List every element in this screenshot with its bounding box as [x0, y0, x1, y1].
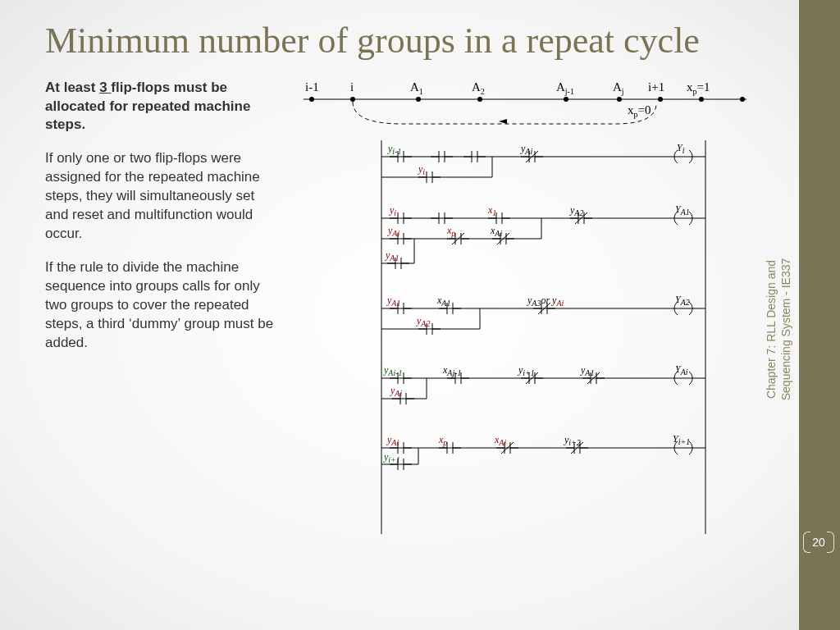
chapter-label: Chapter 7: RLL Design and Sequencing Sys…	[765, 258, 794, 401]
svg-text:yi-1: yi-1	[387, 143, 401, 156]
chapter-line1: Chapter 7: RLL Design and	[765, 260, 778, 399]
svg-text:xp: xp	[438, 434, 447, 447]
lead-paragraph: At least 3 flip-flops must be allocated …	[45, 79, 279, 135]
node-aj-sub: j	[621, 87, 624, 96]
svg-text:yA3or yAi: yA3or yAi	[527, 294, 564, 308]
svg-point-3	[416, 97, 421, 102]
rung-5: yAi xp xAi yi+2 Yi+1 yi+1	[381, 433, 705, 470]
svg-text:yAi: yAi	[390, 385, 402, 398]
svg-text:xAi: xAi	[490, 225, 502, 238]
ladder-diagram: i-1 i A1 A2 Aj-1 Aj i+1 xp=1 xp=0	[295, 79, 755, 541]
svg-text:yAi: yAi	[386, 434, 399, 447]
svg-point-5	[477, 97, 482, 102]
svg-text:xp=0: xp=0	[628, 103, 651, 119]
svg-text:A2: A2	[472, 80, 485, 96]
svg-point-7	[564, 97, 568, 102]
svg-text:yA1: yA1	[580, 364, 594, 377]
svg-point-11	[658, 97, 663, 102]
svg-text:Aj: Aj	[613, 80, 624, 96]
xp0-eq: =0	[638, 103, 651, 116]
node-aj-1: A	[556, 80, 565, 94]
svg-text:yAi: yAi	[520, 143, 532, 156]
svg-text:x1: x1	[487, 204, 496, 217]
node-i: i	[350, 80, 354, 94]
svg-text:xp: xp	[446, 225, 455, 238]
node-a2: A	[472, 80, 481, 94]
lead-num: 3	[99, 80, 111, 95]
svg-text:Yi+1: Yi+1	[673, 433, 690, 446]
svg-text:xA1: xA1	[436, 294, 450, 308]
node-aj: A	[613, 80, 622, 94]
svg-text:xp=1: xp=1	[687, 80, 710, 96]
svg-text:yi+1: yi+1	[518, 364, 535, 377]
rung-1: yi-1 yi yAi Yi	[381, 142, 705, 183]
svg-point-2	[350, 97, 355, 102]
svg-text:yA1: yA1	[385, 249, 399, 262]
svg-text:xAj-1: xAj-1	[442, 364, 462, 377]
page-number: 20	[812, 536, 825, 549]
chapter-line2: Sequencing System - IE337	[779, 258, 792, 401]
node-xp-eq: =1	[697, 80, 710, 94]
svg-text:yi: yi	[389, 204, 396, 217]
svg-text:A1: A1	[410, 80, 423, 96]
page-number-badge: 20	[805, 532, 833, 552]
svg-text:YA2: YA2	[675, 294, 690, 307]
node-a1: A	[410, 80, 419, 94]
body-text: At least 3 flip-flops must be allocated …	[45, 79, 279, 541]
svg-text:yA2: yA2	[416, 315, 430, 328]
svg-text:yi+2: yi+2	[564, 434, 581, 447]
svg-text:Aj-1: Aj-1	[556, 80, 574, 96]
node-aj-1-sub: j-1	[564, 87, 574, 96]
paragraph-3: If the rule to divide the machine sequen…	[45, 258, 279, 353]
svg-text:YA1: YA1	[675, 203, 690, 217]
node-a2-sub: 2	[481, 87, 485, 96]
slide-title: Minimum number of groups in a repeat cyc…	[45, 21, 755, 62]
svg-point-14	[740, 97, 745, 102]
rung-2: yi x1 yA2 YA1 yAi xp xAi yA1	[381, 203, 705, 269]
svg-text:yAi: yAi	[387, 225, 399, 238]
svg-point-9	[617, 97, 622, 102]
svg-point-12	[699, 97, 704, 102]
svg-text:yA2: yA2	[569, 204, 583, 217]
svg-text:yAi-1: yAi-1	[383, 364, 403, 377]
rung-4: yAi-1 xAj-1 yi+1 yA1 YAi yAi	[381, 363, 705, 404]
node-a1-sub: 1	[419, 87, 423, 96]
svg-marker-15	[499, 119, 507, 124]
svg-text:yi: yi	[418, 163, 425, 176]
lead-pre: At least	[45, 80, 99, 95]
svg-point-1	[309, 97, 314, 102]
rung-3: yA1 xA1 yA3or yAi YA2 yA2	[381, 294, 705, 335]
node-i-1: i-1	[305, 80, 319, 94]
node-i+1: i+1	[648, 80, 664, 94]
paragraph-2: If only one or two flip-flops were assig…	[45, 149, 279, 244]
svg-text:Yi: Yi	[677, 142, 685, 155]
svg-text:yA1: yA1	[386, 294, 400, 308]
svg-text:xAi: xAi	[494, 434, 506, 447]
svg-text:YAi: YAi	[675, 363, 688, 377]
